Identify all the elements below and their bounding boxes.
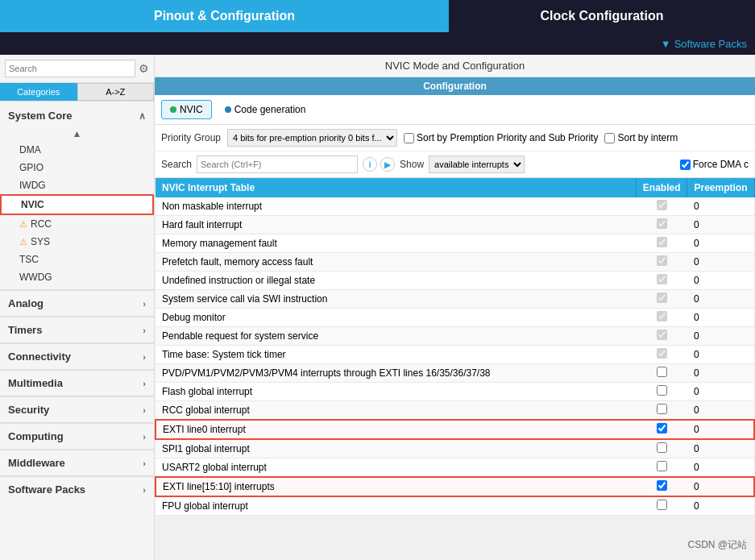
interrupt-name-cell: RCC global interrupt (156, 401, 636, 421)
force-dma-checkbox[interactable] (680, 160, 691, 170)
interrupt-enabled-checkbox[interactable] (657, 255, 667, 266)
interrupt-preemption-cell: 0 (687, 401, 754, 421)
interrupt-name-cell: Memory management fault (156, 234, 636, 253)
sidebar-item-wwdg[interactable]: WWDG (0, 268, 154, 286)
interrupt-enabled-checkbox[interactable] (657, 330, 667, 340)
nvic-table: NVIC Interrupt Table Enabled Preemption … (155, 178, 755, 516)
content-area: NVIC Mode and Configuration Configuratio… (155, 55, 755, 560)
sidebar-item-connectivity[interactable]: Connectivity › (0, 343, 154, 369)
search-input[interactable] (5, 60, 135, 77)
tab-az[interactable]: A->Z (77, 83, 155, 101)
header-pinout: Pinout & Configuration (0, 0, 449, 32)
sidebar-item-software-packs[interactable]: Software Packs › (0, 476, 154, 502)
table-row: EXTI line[15:10] interrupts0 (156, 477, 754, 496)
table-row: Memory management fault0 (156, 234, 754, 253)
table-row: PVD/PVM1/PVM2/PVM3/PVM4 interrupts throu… (156, 364, 754, 383)
interrupt-enabled-cell (636, 477, 687, 496)
tab-code-gen-label: Code generation (234, 104, 306, 115)
system-core-header[interactable]: System Core ∧ (0, 105, 154, 127)
interrupt-enabled-checkbox[interactable] (657, 292, 667, 303)
sidebar: ⚙ Categories A->Z System Core ∧ ▲ DMA GP… (0, 55, 155, 560)
interrupt-preemption-cell: 0 (687, 253, 754, 272)
interrupt-preemption-cell: 0 (687, 234, 754, 253)
arrow-icon: › (143, 405, 146, 415)
interrupt-enabled-checkbox[interactable] (657, 274, 667, 284)
table-row: System service call via SWI instruction0 (156, 290, 754, 309)
sort-interm-checkbox[interactable] (604, 133, 615, 143)
search-icons: i ▶ (363, 157, 395, 172)
interrupt-enabled-checkbox[interactable] (657, 367, 667, 377)
interrupt-name-cell: PVD/PVM1/PVM2/PVM3/PVM4 interrupts throu… (156, 364, 636, 383)
nvic-table-wrapper: NVIC Interrupt Table Enabled Preemption … (155, 178, 755, 560)
interrupt-enabled-cell (636, 458, 687, 478)
interrupt-enabled-checkbox[interactable] (657, 461, 667, 471)
table-row: Undefined instruction or illegal state0 (156, 272, 754, 290)
sidebar-item-timers[interactable]: Timers › (0, 317, 154, 342)
col-header-preemption: Preemption (687, 178, 754, 197)
sidebar-item-sys[interactable]: ⚠ SYS (0, 233, 154, 251)
sort-interm-text: Sort by interm (617, 132, 678, 143)
interrupt-preemption-cell: 0 (687, 383, 754, 401)
software-packs-link[interactable]: ▼ Software Packs (661, 38, 747, 50)
table-row: EXTI line0 interrupt0 (156, 420, 754, 439)
interrupt-enabled-checkbox[interactable] (657, 200, 667, 210)
sidebar-tabs: Categories A->Z (0, 83, 154, 102)
interrupt-enabled-cell (636, 496, 687, 516)
header: Pinout & Configuration Clock Configurati… (0, 0, 755, 32)
sidebar-item-analog[interactable]: Analog › (0, 290, 154, 316)
interrupt-name-cell: System service call via SWI instruction (156, 290, 636, 309)
tab-nvic-label: NVIC (180, 104, 203, 115)
interrupt-enabled-checkbox[interactable] (657, 385, 667, 396)
interrupt-enabled-checkbox[interactable] (657, 404, 667, 414)
table-row: Time base: System tick timer0 (156, 346, 754, 364)
interrupt-name-cell: Pendable request for system service (156, 327, 636, 346)
gear-icon[interactable]: ⚙ (139, 62, 149, 75)
interrupt-enabled-checkbox[interactable] (657, 480, 667, 491)
interrupt-enabled-checkbox[interactable] (657, 500, 667, 510)
priority-group-select[interactable]: 4 bits for pre-emption priority 0 bits f… (227, 129, 397, 147)
interrupt-preemption-cell: 0 (687, 364, 754, 383)
table-row: Hard fault interrupt0 (156, 216, 754, 234)
sidebar-item-gpio[interactable]: GPIO (0, 159, 154, 176)
interrupt-enabled-cell (636, 234, 687, 253)
search-input[interactable] (197, 156, 358, 173)
interrupt-enabled-cell (636, 383, 687, 401)
sort-premption-checkbox[interactable] (404, 133, 414, 143)
show-select[interactable]: available interrupts (429, 156, 525, 173)
interrupt-enabled-cell (636, 439, 687, 458)
interrupt-enabled-checkbox[interactable] (657, 237, 667, 247)
sidebar-item-tsc[interactable]: TSC (0, 251, 154, 268)
sidebar-item-multimedia[interactable]: Multimedia › (0, 370, 154, 396)
interrupt-enabled-checkbox[interactable] (657, 442, 667, 453)
sidebar-item-security[interactable]: Security › (0, 396, 154, 422)
table-row: Debug monitor0 (156, 309, 754, 327)
sidebar-item-rcc[interactable]: ⚠ RCC (0, 215, 154, 233)
tab-code-generation[interactable]: Code generation (217, 101, 314, 118)
sidebar-item-computing[interactable]: Computing › (0, 423, 154, 449)
force-dma-row: Force DMA c (680, 159, 749, 170)
warning-icon-rcc: ⚠ (19, 219, 27, 230)
interrupt-enabled-checkbox[interactable] (657, 423, 667, 433)
configuration-bar: Configuration (155, 77, 755, 95)
table-row: Pendable request for system service0 (156, 327, 754, 346)
search-info-icon[interactable]: i (363, 157, 377, 172)
interrupt-enabled-checkbox[interactable] (657, 348, 667, 359)
sidebar-item-middleware[interactable]: Middleware › (0, 450, 154, 475)
table-row: SPI1 global interrupt0 (156, 439, 754, 458)
up-arrow: ▲ (0, 127, 154, 141)
interrupt-enabled-checkbox[interactable] (657, 218, 667, 229)
nvic-mode-title: NVIC Mode and Configuration (155, 55, 755, 77)
interrupt-name-cell: Time base: System tick timer (156, 346, 636, 364)
arrow-icon: › (143, 326, 146, 335)
sidebar-item-dma[interactable]: DMA (0, 141, 154, 159)
search-nav-icon[interactable]: ▶ (380, 157, 395, 172)
interrupt-enabled-cell (636, 420, 687, 439)
software-packs-label: Software Packs (674, 38, 747, 50)
sidebar-item-nvic[interactable]: NVIC (0, 194, 154, 215)
tab-nvic[interactable]: NVIC (161, 100, 212, 119)
interrupt-preemption-cell: 0 (687, 346, 754, 364)
interrupt-enabled-checkbox[interactable] (657, 311, 667, 321)
tab-categories[interactable]: Categories (0, 83, 77, 101)
sidebar-item-iwdg[interactable]: IWDG (0, 176, 154, 194)
collapse-icon: ∧ (139, 110, 146, 122)
